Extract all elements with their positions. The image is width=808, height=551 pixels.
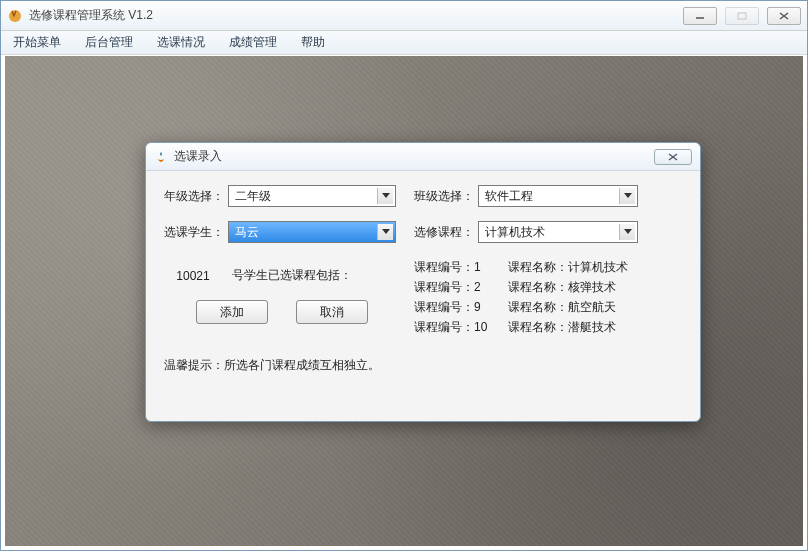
student-select[interactable]: 马云	[228, 221, 396, 243]
student-id: 10021	[164, 269, 222, 283]
menu-start[interactable]: 开始菜单	[7, 32, 67, 53]
maximize-button	[725, 7, 759, 25]
svg-rect-2	[738, 13, 746, 19]
menu-selection[interactable]: 选课情况	[151, 32, 211, 53]
button-row: 添加 取消	[196, 300, 404, 324]
main-window: 选修课程管理系统 V1.2 开始菜单 后台管理 选课情况 成绩管理 帮助 选课录…	[0, 0, 808, 551]
row-student-course: 选课学生： 马云 选修课程： 计算机技术	[164, 221, 682, 243]
svg-point-0	[9, 10, 21, 22]
chevron-down-icon	[619, 188, 635, 204]
student-select-value: 马云	[235, 224, 259, 241]
grade-select[interactable]: 二年级	[228, 185, 396, 207]
menu-grades[interactable]: 成绩管理	[223, 32, 283, 53]
dialog-title-bar: 选课录入	[146, 143, 700, 171]
chevron-down-icon	[377, 224, 393, 240]
dialog-close-button[interactable]	[654, 149, 692, 165]
menu-bar: 开始菜单 后台管理 选课情况 成绩管理 帮助	[1, 31, 807, 55]
java-icon	[154, 150, 168, 164]
dialog-title: 选课录入	[174, 148, 654, 165]
menu-admin[interactable]: 后台管理	[79, 32, 139, 53]
list-item: 课程编号：2 课程名称：核弹技术	[414, 277, 682, 297]
window-controls	[683, 7, 801, 25]
label-course: 选修课程：	[414, 224, 478, 241]
list-item: 课程编号：1 课程名称：计算机技术	[414, 257, 682, 277]
menu-help[interactable]: 帮助	[295, 32, 331, 53]
student-info-row: 10021 号学生已选课程包括：	[164, 267, 404, 284]
close-button[interactable]	[767, 7, 801, 25]
app-icon	[7, 8, 23, 24]
list-item: 课程编号：9 课程名称：航空航天	[414, 297, 682, 317]
cancel-button[interactable]: 取消	[296, 300, 368, 324]
course-entry-dialog: 选课录入 年级选择： 二年级 班级选择： 软件工程	[145, 142, 701, 422]
course-select[interactable]: 计算机技术	[478, 221, 638, 243]
row-grade-class: 年级选择： 二年级 班级选择： 软件工程	[164, 185, 682, 207]
chevron-down-icon	[619, 224, 635, 240]
hint-text: 温馨提示：所选各门课程成绩互相独立。	[164, 357, 682, 374]
minimize-button[interactable]	[683, 7, 717, 25]
grade-select-value: 二年级	[235, 188, 271, 205]
student-courses-label: 号学生已选课程包括：	[232, 267, 352, 284]
label-grade: 年级选择：	[164, 188, 228, 205]
window-title: 选修课程管理系统 V1.2	[29, 7, 683, 24]
title-bar: 选修课程管理系统 V1.2	[1, 1, 807, 31]
dialog-body: 年级选择： 二年级 班级选择： 软件工程 选课学生： 马云	[146, 171, 700, 384]
content-area: 选课录入 年级选择： 二年级 班级选择： 软件工程	[5, 56, 803, 546]
course-select-value: 计算机技术	[485, 224, 545, 241]
list-item: 课程编号：10 课程名称：潜艇技术	[414, 317, 682, 337]
course-list: 课程编号：1 课程名称：计算机技术 课程编号：2 课程名称：核弹技术 课程编号：…	[404, 257, 682, 337]
left-column: 10021 号学生已选课程包括： 添加 取消	[164, 257, 404, 337]
label-student: 选课学生：	[164, 224, 228, 241]
class-select-value: 软件工程	[485, 188, 533, 205]
class-select[interactable]: 软件工程	[478, 185, 638, 207]
chevron-down-icon	[377, 188, 393, 204]
add-button[interactable]: 添加	[196, 300, 268, 324]
mid-section: 10021 号学生已选课程包括： 添加 取消 课程编号：1 课程名称：计算机技术	[164, 257, 682, 337]
label-class: 班级选择：	[414, 188, 478, 205]
